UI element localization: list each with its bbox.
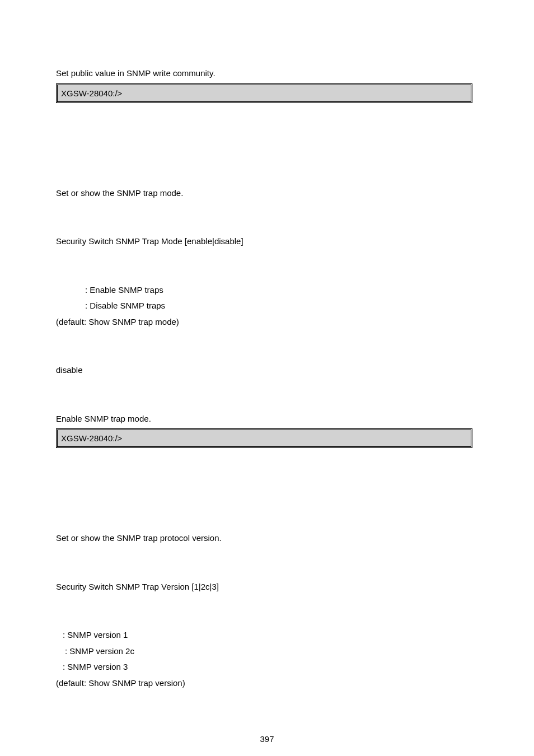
section2-param3: (default: Show SNMP trap mode)	[56, 316, 478, 329]
section2-param2: : Disable SNMP traps	[56, 300, 478, 312]
page-number: 397	[0, 734, 534, 744]
section2-param1: : Enable SNMP traps	[56, 284, 478, 297]
section2-example-intro: Enable SNMP trap mode.	[56, 413, 478, 426]
document-page: Set public value in SNMP write community…	[0, 0, 534, 756]
section3-p2: : SNMP version 2c	[56, 645, 478, 658]
section2-default: disable	[56, 364, 478, 377]
section2-desc: Set or show the SNMP trap mode.	[56, 187, 478, 200]
section3-p3: : SNMP version 3	[56, 661, 478, 674]
section3-desc: Set or show the SNMP trap protocol versi…	[56, 532, 478, 545]
codebox-1: XGSW-28040:/>	[56, 83, 472, 103]
section3-p4: (default: Show SNMP trap version)	[56, 677, 478, 690]
section2-syntax: Security Switch SNMP Trap Mode [enable|d…	[56, 235, 478, 248]
section1-intro: Set public value in SNMP write community…	[56, 67, 478, 80]
codebox-2: XGSW-28040:/>	[56, 428, 472, 448]
section3-syntax: Security Switch SNMP Trap Version [1|2c|…	[56, 581, 478, 594]
section3-p1: : SNMP version 1	[56, 629, 478, 642]
